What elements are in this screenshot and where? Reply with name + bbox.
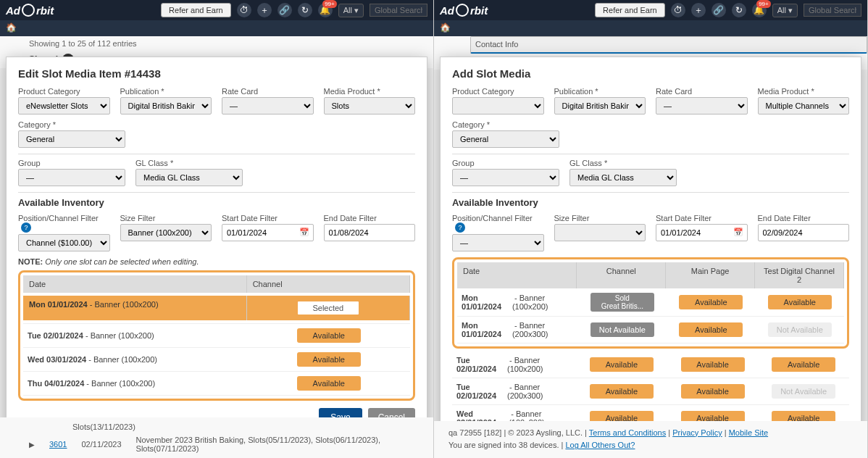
inventory-header-row: Date Channel Main Page Test Digital Chan… — [457, 262, 844, 288]
inventory-table-right-rest: Tue 02/01/2024 - Banner (100x200) Availa… — [452, 351, 849, 432]
media-product-select[interactable]: Multiple Channels — [758, 97, 850, 114]
edit-slot-modal: Edit Slot Media Item #14438 Product Cate… — [6, 57, 427, 436]
label-size-filter: Size Filter — [120, 214, 212, 222]
home-icon[interactable]: 🏠 — [6, 22, 17, 34]
plus-icon[interactable]: ＋ — [691, 3, 706, 17]
publication-select[interactable]: Digital British Baking — [554, 97, 646, 114]
row-date: Thu 04/01/2024 - Banner (100x200) — [23, 378, 248, 389]
topbar-left: Adrbit Refer and Earn ⏱ ＋ 🔗 ↻ 🔔99+ All ▾ — [0, 0, 433, 20]
product-category-select[interactable] — [452, 97, 544, 114]
add-slot-modal: Add Slot Media Product Category Publicat… — [440, 57, 861, 458]
home-icon[interactable]: 🏠 — [440, 22, 451, 34]
table-row: Tue 02/01/2024 - Banner (100x200)Availab… — [23, 324, 410, 348]
label-group: Group — [452, 159, 559, 167]
table-row: Tue 02/01/2024 - Banner (200x300) Availa… — [452, 378, 849, 405]
rate-card-select[interactable]: — — [222, 97, 314, 114]
row-date: Mon 01/01/2024 - Banner (100x200) — [457, 292, 578, 312]
status-available[interactable]: Available — [681, 357, 745, 372]
label-end-date: End Date Filter — [324, 214, 416, 222]
group-select[interactable]: — — [18, 169, 125, 186]
label-position-filter: Position/Channel Filter? — [18, 214, 110, 233]
global-search-input[interactable] — [804, 4, 861, 17]
label-category: Category * — [18, 120, 125, 129]
calendar-icon[interactable]: 📅 — [299, 228, 309, 237]
help-icon[interactable]: ? — [455, 222, 465, 233]
size-filter-select[interactable] — [554, 224, 646, 241]
th-test-channel-2: Test Digital Channel 2 — [755, 262, 844, 288]
bell-icon[interactable]: 🔔99+ — [752, 3, 767, 17]
table-row: Wed 03/01/2024 - Banner (100x200)Availab… — [23, 348, 410, 372]
all-dropdown[interactable]: All ▾ — [772, 4, 798, 17]
order-link[interactable]: 3601 — [49, 440, 67, 449]
terms-link[interactable]: Terms and Conditions — [589, 428, 666, 437]
category-select[interactable]: General — [18, 130, 125, 148]
th-channel: Channel — [247, 275, 410, 293]
refer-earn-button[interactable]: Refer and Earn — [161, 3, 231, 17]
inventory-table-left: Date Channel Mon 01/01/2024 - Banner (10… — [18, 270, 415, 401]
logo: Adrbit — [6, 4, 54, 17]
status-selected[interactable]: Selected — [296, 300, 360, 316]
status-available[interactable]: Available — [297, 376, 361, 391]
th-date: Date — [457, 262, 577, 288]
size-filter-select[interactable]: Banner (100x200) — [120, 224, 212, 241]
expand-icon[interactable]: ▶ — [29, 441, 35, 449]
position-filter-select[interactable]: — — [452, 234, 544, 251]
link-icon[interactable]: 🔗 — [277, 3, 292, 17]
position-filter-select[interactable]: Channel ($100.00) — [18, 234, 110, 251]
media-product-select[interactable]: Slots — [324, 97, 416, 114]
logout-all-link[interactable]: Log All Others Out? — [565, 441, 635, 449]
plus-icon[interactable]: ＋ — [257, 3, 272, 17]
secondbar-right: 🏠 — [434, 20, 867, 36]
status-available[interactable]: Available — [590, 357, 654, 372]
rate-card-select[interactable]: — — [656, 97, 748, 114]
status-available[interactable]: Available — [768, 295, 832, 309]
category-select[interactable]: General — [452, 130, 559, 148]
calendar-icon[interactable]: 📅 — [733, 228, 743, 237]
gl-class-select[interactable]: Media GL Class — [135, 169, 243, 186]
status-available[interactable]: Available — [590, 384, 654, 399]
status-not available: Not Available — [772, 384, 835, 399]
label-category: Category * — [452, 120, 559, 129]
row-date: Tue 02/01/2024 - Banner (100x200) — [23, 330, 248, 341]
gl-class-select[interactable]: Media GL Class — [569, 169, 677, 186]
status-available[interactable]: Available — [679, 322, 743, 337]
row-date: Wed 03/01/2024 - Banner (100x200) — [23, 354, 248, 365]
available-inventory-title: Available Inventory — [18, 197, 415, 208]
publication-select[interactable]: Digital British Baking — [120, 97, 212, 114]
help-icon[interactable]: ? — [21, 222, 31, 233]
status-available[interactable]: Available — [681, 384, 745, 399]
topbar-icons: ⏱ ＋ 🔗 ↻ 🔔99+ — [671, 3, 767, 17]
secondbar-left: 🏠 — [0, 20, 433, 36]
all-dropdown[interactable]: All ▾ — [338, 4, 364, 17]
status-not available: Not Available — [768, 322, 832, 337]
history-icon[interactable]: ↻ — [298, 3, 312, 17]
link-icon[interactable]: 🔗 — [711, 3, 726, 17]
privacy-link[interactable]: Privacy Policy — [672, 428, 722, 437]
status-available[interactable]: Available — [772, 357, 835, 372]
global-search-input[interactable] — [370, 4, 427, 17]
row-date: Tue 02/01/2024 - Banner (200x300) — [452, 381, 576, 401]
tab-contact-info[interactable]: Contact Info — [470, 36, 867, 54]
status-available[interactable]: Available — [679, 295, 743, 309]
timer-icon[interactable]: ⏱ — [237, 3, 251, 17]
label-rate-card: Rate Card — [222, 87, 314, 96]
available-inventory-title: Available Inventory — [452, 197, 849, 208]
bell-icon[interactable]: 🔔99+ — [318, 3, 333, 17]
label-gl-class: GL Class * — [569, 159, 677, 167]
status-available[interactable]: Available — [297, 352, 361, 367]
status-available[interactable]: Available — [297, 328, 361, 343]
product-category-select[interactable]: eNewsletter Slots — [18, 97, 110, 114]
timer-icon[interactable]: ⏱ — [671, 3, 685, 17]
end-date-input[interactable] — [758, 224, 850, 241]
refer-earn-button[interactable]: Refer and Earn — [595, 3, 665, 17]
label-start-date: Start Date Filter — [222, 214, 314, 222]
label-size-filter: Size Filter — [554, 214, 646, 222]
label-publication: Publication * — [554, 87, 646, 96]
label-media-product: Media Product * — [324, 87, 416, 96]
label-end-date: End Date Filter — [758, 214, 850, 222]
end-date-input[interactable] — [324, 224, 416, 241]
mobile-link[interactable]: Mobile Site — [729, 428, 768, 437]
th-date: Date — [23, 275, 247, 293]
group-select[interactable]: — — [452, 169, 559, 186]
history-icon[interactable]: ↻ — [732, 3, 746, 17]
